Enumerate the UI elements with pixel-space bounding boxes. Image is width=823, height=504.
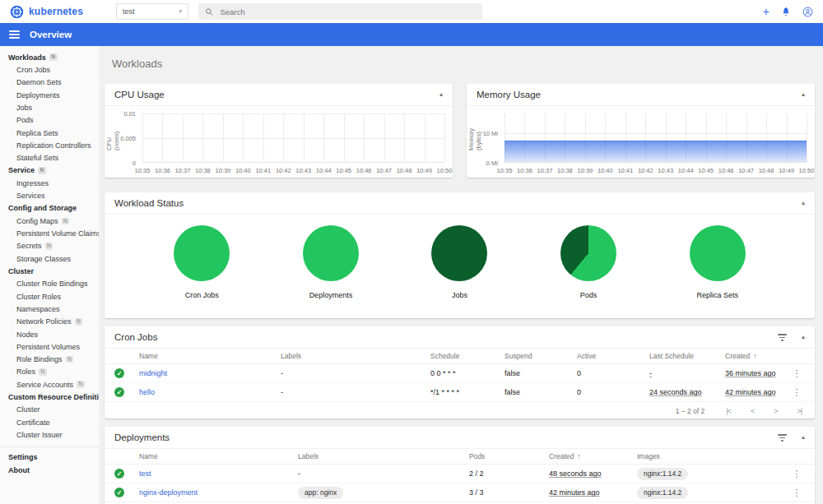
row-actions-button[interactable]: ⋮ (788, 488, 810, 498)
search-bar[interactable] (198, 3, 482, 20)
menu-hamburger-icon[interactable] (9, 30, 20, 39)
sidebar-item-roles[interactable]: RolesN (0, 366, 99, 378)
col-labels[interactable]: Labels (281, 352, 430, 360)
x-axis-tick: 10:36 (155, 167, 170, 174)
collapse-caret-icon[interactable]: ▴ (439, 91, 443, 98)
sidebar-item-cluster-roles[interactable]: Cluster Roles (0, 290, 99, 303)
sidebar-item-label: Roles (16, 368, 35, 376)
sidebar-section-custom-resource-definitions[interactable]: Custom Resource Definitions (0, 391, 99, 403)
sidebar-section-service[interactable]: ServiceN (0, 164, 99, 177)
sidebar-item-replica-sets[interactable]: Replica Sets (0, 127, 99, 139)
sidebar-section-config-and-storage[interactable]: Config and Storage (0, 202, 99, 215)
sidebar-item-daemon-sets[interactable]: Daemon Sets (0, 76, 99, 89)
next-page-button[interactable]: > (774, 407, 777, 415)
notifications-bell-icon[interactable] (781, 7, 791, 16)
table-row-test[interactable]: ✓test-2 / 248 seconds agonginx:1.14.2⋮ (105, 465, 815, 483)
sidebar-item-cluster[interactable]: Cluster (0, 404, 99, 416)
col-schedule[interactable]: Schedule (430, 352, 504, 360)
sidebar-item-persistent-volume-claims[interactable]: Persistent Volume ClaimsN (0, 227, 99, 239)
table-row-hello[interactable]: ✓hello-*/1 * * * *false024 seconds ago42… (105, 383, 815, 402)
col-pods[interactable]: Pods (469, 452, 549, 460)
app-bar: Overview (0, 23, 823, 46)
deployments-table-body: ✓test-2 / 248 seconds agonginx:1.14.2⋮✓n… (105, 465, 815, 502)
sidebar-item-cluster-issuer[interactable]: Cluster Issuer (0, 428, 99, 441)
sidebar-item-certificate[interactable]: Certificate (0, 416, 99, 428)
x-axis-tick: 10:47 (376, 167, 392, 174)
col-active[interactable]: Active (577, 352, 649, 360)
sidebar-item-cluster-role-bindings[interactable]: Cluster Role Bindings (0, 278, 99, 290)
col-last-schedule[interactable]: Last Schedule (649, 352, 725, 360)
kubernetes-logo[interactable]: kubernetes (10, 5, 105, 19)
row-actions-button[interactable]: ⋮ (788, 387, 810, 398)
previous-page-button[interactable]: < (751, 407, 754, 415)
first-page-button[interactable]: |< (726, 407, 731, 415)
sidebar-section-workloads[interactable]: WorkloadsN (0, 51, 99, 63)
sidebar-item-stateful-sets[interactable]: Stateful Sets (0, 151, 99, 164)
sidebar-item-persistent-volumes[interactable]: Persistent Volumes (0, 340, 99, 353)
sidebar-section-cluster[interactable]: Cluster (0, 265, 99, 277)
x-axis-tick: 10:40 (235, 167, 251, 174)
collapse-caret-icon[interactable]: ▴ (802, 434, 805, 441)
col-suspend[interactable]: Suspend (504, 352, 577, 360)
pie-chart-pods[interactable] (560, 225, 616, 281)
gridline-vertical (807, 113, 807, 162)
sidebar-item-label: Cron Jobs (16, 66, 50, 74)
row-actions-button[interactable]: ⋮ (788, 368, 810, 379)
sidebar-item-label: Cluster (16, 405, 40, 414)
y-axis-tick: 0 Mi (486, 160, 498, 167)
row-actions-button[interactable]: ⋮ (788, 469, 810, 479)
collapse-caret-icon[interactable]: ▴ (802, 334, 805, 340)
sidebar-item-cron-jobs[interactable]: Cron Jobs (0, 63, 99, 76)
workload-status-card: Workload Status ▴ Cron JobsDeploymentsJo… (105, 192, 815, 318)
sidebar-item-ingresses[interactable]: Ingresses (0, 177, 99, 189)
x-axis-tick: 10:35 (497, 167, 513, 174)
pie-label: Deployments (309, 291, 353, 299)
pie-chart-replica-sets[interactable] (690, 225, 746, 281)
collapse-caret-icon[interactable]: ▴ (802, 200, 805, 206)
sidebar-item-jobs[interactable]: Jobs (0, 101, 99, 113)
deployment-name-link[interactable]: test (139, 469, 298, 478)
sidebar-item-label: Pods (16, 116, 34, 124)
collapse-caret-icon[interactable]: ▴ (802, 91, 805, 98)
top-actions: + (763, 6, 813, 17)
sidebar-item-secrets[interactable]: SecretsN (0, 240, 99, 252)
col-created[interactable]: Created↑ (725, 352, 788, 360)
pie-chart-cron-jobs[interactable] (174, 225, 230, 281)
last-page-button[interactable]: >| (797, 407, 802, 415)
account-icon[interactable] (802, 7, 813, 17)
pie-label: Pods (580, 291, 597, 299)
sidebar-item-deployments[interactable]: Deployments (0, 89, 99, 101)
cronjob-name-link[interactable]: hello (139, 388, 281, 396)
sidebar-item-settings[interactable]: Settings (0, 451, 99, 464)
col-created[interactable]: Created↑ (549, 452, 637, 460)
filter-icon[interactable] (778, 433, 787, 442)
col-name[interactable]: Name (139, 452, 298, 460)
sidebar-item-storage-classes[interactable]: Storage Classes (0, 252, 99, 265)
sidebar-item-namespaces[interactable]: Namespaces (0, 303, 99, 315)
create-resource-button[interactable]: + (763, 6, 770, 17)
cronjob-name-link[interactable]: midnight (139, 369, 281, 377)
x-axis-tick: 10:47 (738, 167, 754, 174)
sidebar-item-config-maps[interactable]: Config MapsN (0, 215, 99, 227)
namespace-select[interactable]: test ▾ (116, 3, 188, 20)
sidebar-item-network-policies[interactable]: Network PoliciesN (0, 316, 99, 328)
table-row-midnight[interactable]: ✓midnight-0 0 * * *false0-36 minutes ago… (105, 364, 815, 383)
sidebar-item-service-accounts[interactable]: Service AccountsN (0, 378, 99, 391)
search-input[interactable] (220, 7, 476, 16)
table-row-nginx-deployment[interactable]: ✓nginx-deploymentapp: nginx3 / 342 minut… (105, 483, 815, 502)
sidebar-item-pods[interactable]: Pods (0, 114, 99, 127)
last-schedule-cell: - (649, 369, 725, 377)
sidebar-item-about[interactable]: About (0, 464, 99, 476)
col-name[interactable]: Name (139, 352, 281, 360)
col-images[interactable]: Images (637, 452, 788, 460)
pie-chart-jobs[interactable] (431, 225, 487, 281)
pie-chart-deployments[interactable] (303, 225, 359, 281)
deployment-name-link[interactable]: nginx-deployment (139, 488, 298, 497)
sidebar-item-role-bindings[interactable]: Role BindingsN (0, 354, 99, 366)
sidebar-item-nodes[interactable]: Nodes (0, 328, 99, 340)
deployments-card: Deployments ▴ Name Labels Pods Created↑ … (105, 427, 815, 504)
sidebar-item-replication-controllers[interactable]: Replication Controllers (0, 139, 99, 151)
col-labels[interactable]: Labels (298, 452, 469, 460)
filter-icon[interactable] (778, 333, 787, 341)
sidebar-item-services[interactable]: Services (0, 189, 99, 201)
